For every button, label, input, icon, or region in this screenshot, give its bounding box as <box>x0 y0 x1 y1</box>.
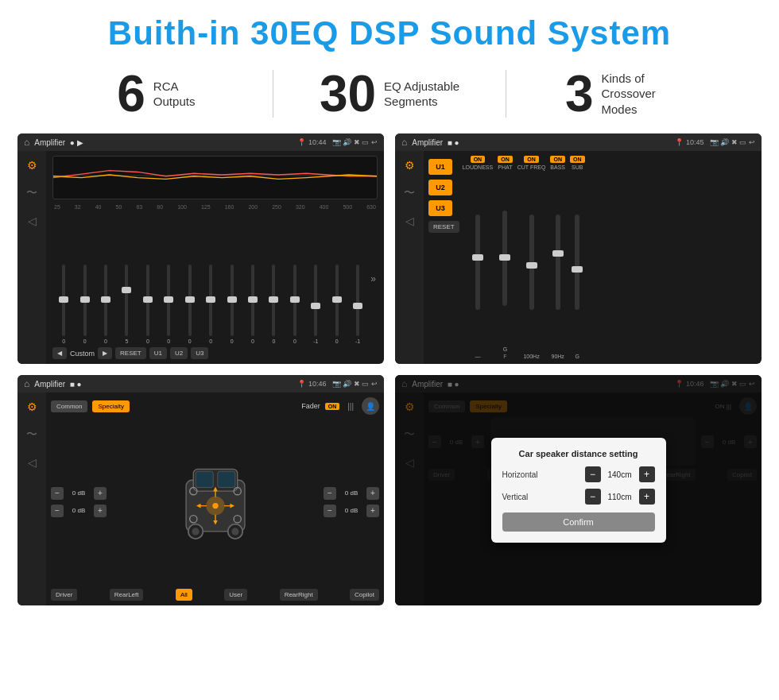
eq-sidebar-icon-1[interactable]: ⚙ <box>27 159 37 172</box>
fader-bottom-btns: Driver RearLeft All User RearRight Copil… <box>51 589 379 601</box>
page-title: Buith-in 30EQ DSP Sound System <box>0 0 779 60</box>
screens-grid: ⌂ Amplifier ● ▶ 📍 10:44 📷 🔊 ✖ ▭ ↩ ⚙ 〜 ◁ <box>0 133 779 605</box>
vol3-plus-btn[interactable]: + <box>366 487 379 500</box>
channel-sub: ON SUB G <box>570 156 585 359</box>
vertical-plus-btn[interactable]: + <box>639 489 655 505</box>
cross-sidebar-icon-3[interactable]: ◁ <box>405 215 414 227</box>
cross-content: U1 U2 U3 RESET ON LOUDNESS — <box>424 151 762 364</box>
loudness-label: LOUDNESS <box>463 164 494 170</box>
eq-slider-13[interactable]: 0 <box>327 265 346 344</box>
cross-sidebar-icon-2[interactable]: 〜 <box>404 186 415 200</box>
car-diagram <box>113 454 317 550</box>
crossover-screen: ⌂ Amplifier ■ ● 📍 10:45 📷 🔊 ✖ ▭ ↩ ⚙ 〜 ◁ … <box>395 133 762 364</box>
vol1-plus-btn[interactable]: + <box>94 487 107 500</box>
phat-slider[interactable] <box>502 172 507 345</box>
rearright-btn[interactable]: RearRight <box>280 589 318 601</box>
eq-sidebar: ⚙ 〜 ◁ <box>17 151 46 364</box>
cross-u-buttons: U1 U2 U3 RESET <box>428 156 459 359</box>
distance-screen: ⌂ Amplifier ■ ● 📍 10:46 📷 🔊 ✖ ▭ ↩ ⚙ 〜 ◁ … <box>395 375 762 605</box>
vol3-label: 0 dB <box>339 489 363 497</box>
fader-left-controls: − 0 dB + − 0 dB + <box>51 487 107 517</box>
eq-slider-14[interactable]: -1 <box>348 265 367 344</box>
vol1-minus-btn[interactable]: − <box>51 487 64 500</box>
fader-home-icon[interactable]: ⌂ <box>24 378 29 389</box>
tab-common[interactable]: Common <box>51 400 87 412</box>
eq-slider-5[interactable]: 0 <box>159 265 178 344</box>
channel-bass: ON BASS 90Hz <box>550 156 565 359</box>
bass-toggle[interactable]: ON <box>550 156 565 163</box>
fader-sidebar-icon-2[interactable]: 〜 <box>26 427 37 442</box>
horizontal-plus-btn[interactable]: + <box>639 466 655 482</box>
eq-slider-4[interactable]: 0 <box>138 265 157 344</box>
eq-slider-12[interactable]: -1 <box>306 265 325 344</box>
vol3-minus-btn[interactable]: − <box>324 487 336 500</box>
sub-toggle[interactable]: ON <box>570 156 585 163</box>
copilot-btn[interactable]: Copilot <box>350 589 379 601</box>
vol-row-3: − 0 dB + <box>324 487 379 500</box>
sub-slider[interactable] <box>575 172 579 352</box>
eq-play-btn[interactable]: ▶ <box>98 347 112 359</box>
fader-app-title: Amplifier ■ ● <box>34 380 293 389</box>
fader-sidebar-icon-3[interactable]: ◁ <box>28 456 37 469</box>
bass-slider[interactable] <box>556 172 560 352</box>
vertical-value: 110cm <box>604 493 636 501</box>
sub-label: SUB <box>572 164 583 170</box>
eq-prev-btn[interactable]: ◀ <box>52 347 67 359</box>
dialog-title: Car speaker distance setting <box>502 449 655 458</box>
eq-slider-11[interactable]: 0 <box>285 265 304 344</box>
vertical-minus-btn[interactable]: − <box>585 489 601 505</box>
horizontal-minus-btn[interactable]: − <box>585 466 601 482</box>
driver-btn[interactable]: Driver <box>51 589 77 601</box>
fader-content: Common Specialty Fader ON ||| 👤 − 0 dB + <box>46 393 384 605</box>
eq-slider-10[interactable]: 0 <box>264 265 283 344</box>
vol4-plus-btn[interactable]: + <box>366 505 379 517</box>
eq-slider-6[interactable]: 0 <box>180 265 200 344</box>
vol-row-1: − 0 dB + <box>51 487 107 500</box>
confirm-button[interactable]: Confirm <box>502 512 655 532</box>
eq-reset-btn[interactable]: RESET <box>115 347 146 359</box>
cross-sidebar-icon-1[interactable]: ⚙ <box>405 159 415 172</box>
eq-sidebar-icon-2[interactable]: 〜 <box>26 186 37 200</box>
cross-u3-btn[interactable]: U3 <box>428 200 452 216</box>
eq-content: 2532405063 80100125160200 25032040050063… <box>46 151 384 364</box>
phat-toggle[interactable]: ON <box>498 156 513 163</box>
stat-label-crossover: Kinds ofCrossover Modes <box>601 71 680 118</box>
loudness-toggle[interactable]: ON <box>471 156 486 163</box>
eq-slider-1[interactable]: 0 <box>75 265 94 344</box>
cross-status-icons: 📍 10:45 📷 🔊 ✖ ▭ ↩ <box>675 138 755 146</box>
eq-u3-btn[interactable]: U3 <box>191 347 208 359</box>
eq-slider-7[interactable]: 0 <box>201 265 220 344</box>
cross-u1-btn[interactable]: U1 <box>428 159 452 175</box>
eq-sidebar-icon-3[interactable]: ◁ <box>28 215 37 227</box>
svg-rect-4 <box>217 471 234 487</box>
bass-freq: 90Hz <box>552 354 564 359</box>
vol2-minus-btn[interactable]: − <box>51 505 64 517</box>
eq-slider-8[interactable]: 0 <box>222 265 241 344</box>
user-btn[interactable]: User <box>224 589 247 601</box>
loudness-slider[interactable] <box>475 172 480 352</box>
tab-specialty[interactable]: Specialty <box>92 400 129 412</box>
vol2-plus-btn[interactable]: + <box>94 505 107 517</box>
eq-slider-9[interactable]: 0 <box>243 265 262 344</box>
cutfreq-toggle[interactable]: ON <box>524 156 539 163</box>
cross-home-icon[interactable]: ⌂ <box>401 137 407 148</box>
all-btn[interactable]: All <box>176 589 192 601</box>
fader-profile-icon[interactable]: 👤 <box>362 397 379 415</box>
eq-u2-btn[interactable]: U2 <box>170 347 188 359</box>
rearleft-btn[interactable]: RearLeft <box>110 589 144 601</box>
eq-slider-0[interactable]: 0 <box>54 265 73 344</box>
scroll-right-icon[interactable]: » <box>370 273 376 284</box>
cross-reset-btn[interactable]: RESET <box>428 221 459 233</box>
home-icon[interactable]: ⌂ <box>24 137 29 148</box>
eq-u1-btn[interactable]: U1 <box>149 347 167 359</box>
cross-u2-btn[interactable]: U2 <box>428 180 452 195</box>
fader-sidebar-icon-1[interactable]: ⚙ <box>27 400 37 413</box>
eq-slider-2[interactable]: 0 <box>96 265 115 344</box>
channel-cutfreq: ON CUT FREQ 100Hz <box>517 156 546 359</box>
vol4-minus-btn[interactable]: − <box>324 505 336 517</box>
vertical-controls: − 110cm + <box>585 489 655 505</box>
stat-label-eq: EQ AdjustableSegments <box>384 79 459 110</box>
cutfreq-slider[interactable] <box>529 172 534 352</box>
eq-slider-3[interactable]: 5 <box>117 265 136 344</box>
phat-freq: F <box>503 354 506 359</box>
